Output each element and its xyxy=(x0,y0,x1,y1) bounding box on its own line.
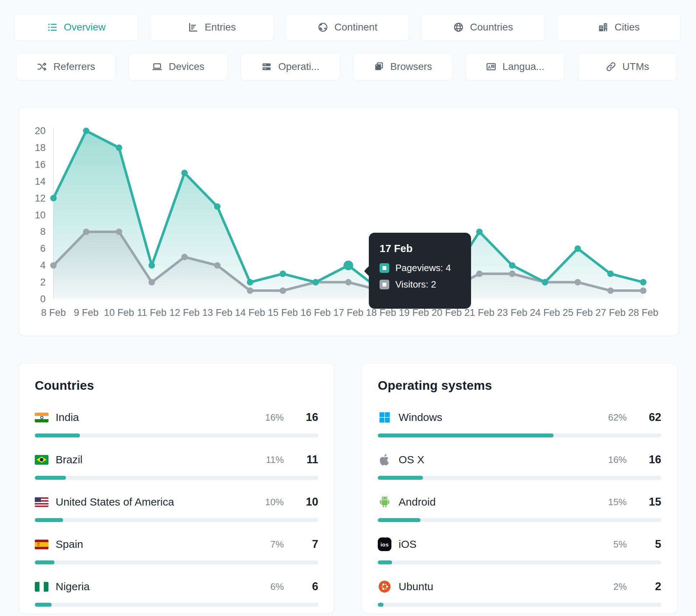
item-label: Android xyxy=(399,496,436,508)
tab-label: Operati... xyxy=(278,61,319,72)
chart-tooltip: 17 Feb Pageviews: 4Visitors: 2 xyxy=(369,233,471,309)
list-item: United States of America10%10 xyxy=(35,494,318,522)
progress-bar xyxy=(378,518,661,522)
spain-flag-icon xyxy=(35,540,48,549)
item-count: 6 xyxy=(291,580,318,593)
list-item: Android15%15 xyxy=(378,494,661,522)
svg-text:24 Feb: 24 Feb xyxy=(530,307,560,318)
item-percentage: 16% xyxy=(608,454,627,465)
svg-text:15 Feb: 15 Feb xyxy=(268,307,298,318)
item-percentage: 15% xyxy=(608,497,627,508)
progress-bar-fill xyxy=(378,433,554,437)
svg-text:16: 16 xyxy=(35,159,46,170)
ios-icon: ios xyxy=(378,537,391,551)
item-count: 10 xyxy=(291,496,318,508)
svg-text:6: 6 xyxy=(40,243,46,254)
item-percentage: 6% xyxy=(270,581,284,592)
svg-text:2: 2 xyxy=(40,277,46,288)
usa-flag-icon xyxy=(35,497,48,507)
ubuntu-icon xyxy=(378,580,391,593)
item-percentage: 11% xyxy=(266,454,284,465)
svg-text:21 Feb: 21 Feb xyxy=(464,307,494,318)
tab-overview[interactable]: Overview xyxy=(14,14,138,41)
svg-text:10 Feb: 10 Feb xyxy=(104,307,134,318)
tooltip-row-label: Visitors: 2 xyxy=(395,279,436,290)
progress-bar xyxy=(35,560,318,564)
progress-bar-fill xyxy=(35,603,52,607)
item-label: OS X xyxy=(399,454,424,466)
server-icon xyxy=(261,61,272,72)
svg-text:18 Feb: 18 Feb xyxy=(366,307,396,318)
progress-bar-fill xyxy=(378,518,420,522)
item-label: Nigeria xyxy=(56,581,90,593)
tab-countries[interactable]: Countries xyxy=(421,14,545,41)
item-label: iOS xyxy=(399,538,417,550)
svg-text:16 Feb: 16 Feb xyxy=(301,307,331,318)
series-marker-icon xyxy=(380,263,389,273)
tab-cities[interactable]: Cities xyxy=(557,14,681,41)
progress-bar xyxy=(378,560,661,564)
bar-chart-icon xyxy=(188,22,198,33)
svg-text:8 Feb: 8 Feb xyxy=(41,307,66,318)
progress-bar-fill xyxy=(378,476,423,480)
svg-text:25 Feb: 25 Feb xyxy=(563,307,593,318)
item-percentage: 2% xyxy=(613,581,627,592)
progress-bar-fill xyxy=(35,476,66,480)
item-label: India xyxy=(56,411,79,423)
svg-text:10: 10 xyxy=(35,210,46,221)
item-label: United States of America xyxy=(56,496,174,508)
tab-entries[interactable]: Entries xyxy=(150,14,274,41)
item-label: Spain xyxy=(56,538,83,550)
svg-text:23 Feb: 23 Feb xyxy=(497,307,527,318)
countries-panel: Countries India16%16Brazil11%11United St… xyxy=(19,363,334,614)
apple-icon xyxy=(378,453,391,466)
tooltip-row-pageviews: Pageviews: 4 xyxy=(380,262,460,274)
language-icon: AZ xyxy=(486,61,497,72)
svg-text:8: 8 xyxy=(40,226,46,237)
tab-label: Countries xyxy=(470,22,513,33)
windows-icon xyxy=(378,411,391,424)
tab-label: Continent xyxy=(334,22,377,33)
item-count: 2 xyxy=(634,580,661,593)
item-percentage: 16% xyxy=(265,412,284,423)
tab-languages[interactable]: AZLangua... xyxy=(465,53,565,80)
panel-title: Operating systems xyxy=(378,378,661,393)
tab-label: Overview xyxy=(64,22,106,33)
item-count: 15 xyxy=(634,496,661,508)
tooltip-row-label: Pageviews: 4 xyxy=(395,262,451,274)
india-flag-icon xyxy=(35,413,48,422)
progress-bar xyxy=(35,603,318,607)
progress-bar xyxy=(378,603,661,607)
svg-text:14: 14 xyxy=(35,176,46,187)
svg-text:9 Feb: 9 Feb xyxy=(74,307,99,318)
tab-label: Langua... xyxy=(503,61,545,72)
item-count: 16 xyxy=(291,411,318,424)
item-percentage: 5% xyxy=(613,539,627,550)
progress-bar-fill xyxy=(35,560,55,564)
tab-label: Devices xyxy=(169,61,204,72)
svg-text:12: 12 xyxy=(35,193,46,204)
tab-referrers[interactable]: Referrers xyxy=(16,53,116,80)
tab-browsers[interactable]: Browsers xyxy=(353,53,452,80)
progress-bar xyxy=(35,433,318,437)
tab-operating-systems[interactable]: Operati... xyxy=(241,53,340,80)
android-icon xyxy=(378,495,391,509)
list-item: Spain7%7 xyxy=(35,536,318,564)
tab-devices[interactable]: Devices xyxy=(128,53,228,80)
tab-continent[interactable]: Continent xyxy=(286,14,409,41)
tab-label: UTMs xyxy=(622,61,649,72)
tab-label: Browsers xyxy=(390,61,432,72)
item-count: 5 xyxy=(634,538,661,551)
progress-bar-fill xyxy=(378,560,392,564)
svg-text:12 Feb: 12 Feb xyxy=(169,307,199,318)
secondary-tabs: ReferrersDevicesOperati...BrowsersAZLang… xyxy=(16,53,677,80)
item-count: 62 xyxy=(634,411,661,424)
list-item: India16%16 xyxy=(35,409,318,437)
item-count: 16 xyxy=(634,453,661,466)
tab-label: Entries xyxy=(204,22,236,33)
tab-utms[interactable]: UTMs xyxy=(578,53,677,80)
nigeria-flag-icon xyxy=(35,582,48,592)
pageviews-visitors-line-chart[interactable]: 024681012141618208 Feb9 Feb10 Feb11 Feb1… xyxy=(19,107,678,336)
item-percentage: 7% xyxy=(270,539,284,550)
svg-text:13 Feb: 13 Feb xyxy=(202,307,232,318)
